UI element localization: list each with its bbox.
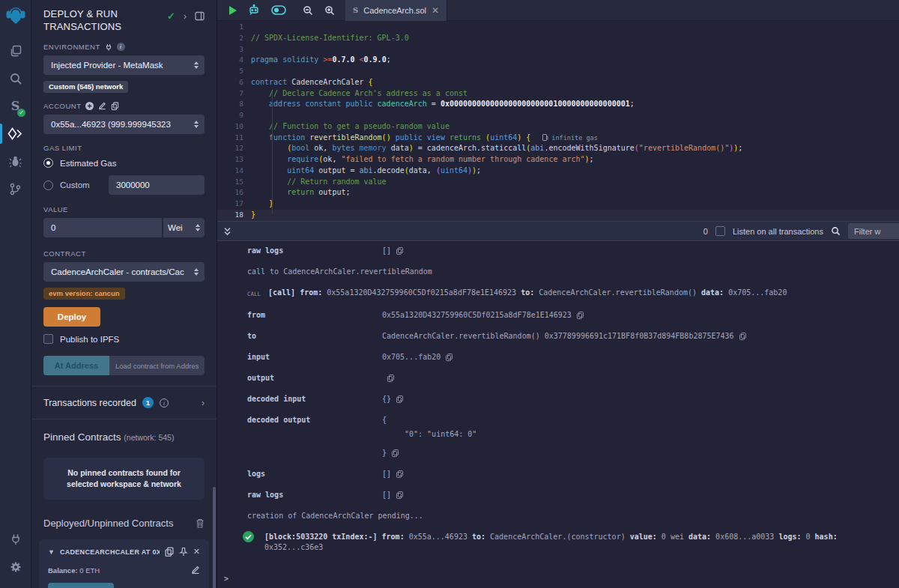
line-number: 6 — [217, 77, 251, 88]
trash-icon[interactable] — [196, 518, 205, 528]
file-explorer-icon[interactable] — [0, 37, 31, 64]
value-input[interactable] — [43, 218, 162, 237]
cadence-arch-function-button[interactable]: cadenceArch — [48, 583, 114, 588]
code-line[interactable]: 7 // Declare Cadence Arch's address as a… — [217, 88, 899, 100]
line-number: 14 — [217, 166, 251, 177]
gas-limit-label: GAS LIMIT — [43, 144, 205, 152]
copy-address-icon[interactable] — [165, 547, 174, 557]
code-line[interactable]: 14 uint64 output = abi.decode(data, (uin… — [217, 166, 899, 177]
deploy-button[interactable]: Deploy — [43, 307, 100, 327]
code-line[interactable]: 15 // Return random value — [217, 177, 899, 188]
code-line[interactable]: 6contract CadenceArchCaler { — [217, 77, 899, 88]
at-address-button[interactable]: At Address — [43, 356, 109, 375]
run-script-icon[interactable] — [229, 6, 237, 15]
code-line[interactable]: 18} — [217, 210, 899, 221]
pin-panel-icon[interactable] — [195, 11, 205, 21]
line-number: 15 — [217, 177, 251, 188]
contract-select[interactable]: CadenceArchCaler - contracts/Cac — [43, 262, 205, 282]
remove-contract-icon[interactable]: ✕ — [193, 547, 200, 557]
terminal-header: 0 Listen on all transactions — [217, 221, 899, 241]
plug-icon[interactable] — [105, 43, 112, 51]
debugger-icon[interactable] — [0, 148, 31, 175]
code-line[interactable]: 2// SPDX-License-Identifier: GPL-3.0 — [217, 33, 899, 44]
account-select[interactable]: 0x55a...46923 (999.999945323 — [43, 115, 205, 134]
ai-assistant-icon[interactable] — [248, 4, 260, 16]
panel-forward-icon[interactable]: › — [184, 11, 187, 22]
copy-icon[interactable] — [396, 395, 403, 403]
copy-icon[interactable] — [396, 491, 403, 499]
balance-label: Balance: — [48, 566, 78, 575]
terminal-search-icon[interactable] — [831, 226, 841, 236]
code-line[interactable]: 8 address constant public cadenceArch = … — [217, 99, 899, 110]
code-line[interactable]: 10 // Function to get a pseudo-random va… — [217, 121, 899, 133]
pin-contract-icon[interactable] — [179, 547, 188, 557]
at-address-input[interactable] — [109, 356, 205, 375]
copy-icon[interactable] — [387, 375, 394, 382]
custom-gas-input[interactable] — [109, 175, 205, 195]
deploy-run-panel: DEPLOY & RUN TRANSACTIONS ✓ › ENVIRONMEN… — [31, 0, 217, 588]
publish-ipfs-checkbox[interactable] — [43, 334, 53, 344]
code-line[interactable]: 13 require(ok, "failed to fetch a random… — [217, 154, 899, 166]
expand-terminal-icon[interactable] — [223, 227, 231, 236]
collapse-chevron-icon[interactable]: ▼ — [48, 548, 55, 556]
zoom-in-icon[interactable] — [324, 5, 335, 16]
code-line[interactable]: 9 — [217, 110, 899, 121]
divider — [31, 419, 217, 419]
solidity-compiler-icon[interactable]: S ✓ — [0, 92, 31, 120]
copilot-toggle-icon[interactable] — [271, 5, 286, 15]
value-unit-select[interactable]: Wei — [163, 218, 205, 237]
remix-logo-icon — [4, 4, 28, 28]
add-account-icon[interactable] — [85, 102, 94, 110]
code-line[interactable]: 16 return output; — [217, 187, 899, 198]
git-icon[interactable] — [0, 175, 31, 203]
terminal-filter-input[interactable] — [848, 223, 899, 239]
environment-select[interactable]: Injected Provider - MetaMask — [43, 55, 205, 75]
environment-info-icon[interactable]: i — [117, 43, 125, 51]
transactions-expand-icon[interactable]: › — [202, 398, 205, 408]
copy-icon[interactable] — [396, 247, 403, 255]
code-line[interactable]: 3 — [217, 44, 899, 55]
divider — [31, 386, 217, 387]
copy-icon[interactable] — [577, 312, 584, 319]
infinite-gas-badge: infinite gas — [542, 133, 597, 144]
copy-account-icon[interactable] — [111, 102, 119, 110]
copy-icon[interactable] — [739, 333, 746, 340]
code-line[interactable]: 17 } — [217, 198, 899, 210]
code-text: // Function to get a pseudo-random value — [251, 121, 450, 133]
code-text: // SPDX-License-Identifier: GPL-3.0 — [251, 33, 409, 44]
custom-gas-radio[interactable] — [43, 181, 53, 190]
estimated-gas-option[interactable]: Estimated Gas — [43, 158, 205, 168]
plugin-manager-icon[interactable] — [0, 525, 31, 553]
code-line[interactable]: 11 function revertibleRandom() public vi… — [217, 133, 899, 144]
code-line[interactable]: 12 (bool ok, bytes memory data) = cadenc… — [217, 143, 899, 154]
terminal[interactable]: raw logs[]call to CadenceArchCaler.rever… — [217, 241, 899, 588]
transactions-info-icon[interactable]: i — [160, 398, 169, 407]
copy-icon[interactable] — [392, 449, 399, 457]
code-line[interactable]: 4pragma solidity >=0.7.0 <0.9.0; — [217, 55, 899, 66]
code-editor[interactable]: 12// SPDX-License-Identifier: GPL-3.034p… — [217, 21, 899, 221]
code-line[interactable]: 1 — [217, 22, 899, 33]
transactions-count-badge: 1 — [142, 397, 154, 408]
panel-check-icon: ✓ — [167, 10, 175, 22]
search-icon[interactable] — [0, 64, 31, 92]
edit-balance-icon[interactable] — [191, 566, 200, 575]
listen-all-checkbox[interactable] — [715, 226, 725, 236]
sign-message-icon[interactable] — [98, 102, 106, 110]
copy-icon[interactable] — [396, 470, 403, 478]
listen-all-label: Listen on all transactions — [733, 227, 823, 236]
select-caret-icon — [194, 268, 199, 276]
line-number: 1 — [217, 22, 251, 33]
terminal-prompt[interactable]: > — [224, 575, 228, 583]
panel-scrollbar[interactable] — [213, 487, 216, 588]
tab-cadencearch-sol[interactable]: S CadenceArch.sol ✕ — [345, 0, 447, 21]
settings-gear-icon[interactable] — [0, 553, 31, 581]
estimated-gas-radio[interactable] — [43, 158, 53, 168]
deploy-and-run-icon[interactable] — [0, 120, 31, 148]
code-line[interactable]: 5 — [217, 66, 899, 77]
tab-close-icon[interactable]: ✕ — [432, 5, 439, 16]
copy-icon[interactable] — [446, 354, 452, 361]
code-text: } — [251, 210, 255, 221]
terminal-row: decoded output{"0": "uint64: 0"} — [247, 415, 899, 458]
zoom-out-icon[interactable] — [303, 5, 313, 16]
line-number: 5 — [217, 66, 251, 77]
